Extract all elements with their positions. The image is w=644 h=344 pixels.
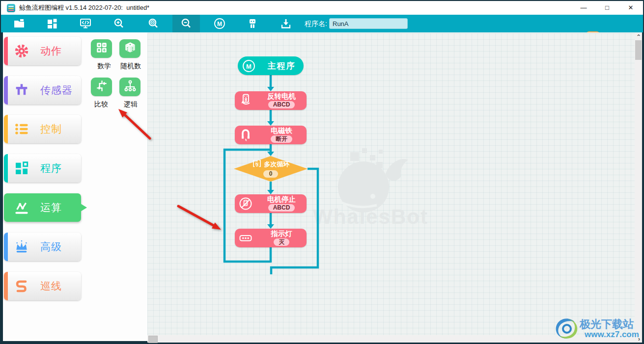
node-badge[interactable]: 断开 (271, 135, 292, 143)
node-title: 指示灯 (271, 230, 292, 238)
node-badge[interactable]: ABCD (268, 204, 295, 212)
node-title: 电磁铁 (271, 127, 292, 134)
sidebar-item-advanced[interactable]: 高级 (4, 233, 81, 261)
logic-icon (124, 79, 137, 94)
palette-block-math[interactable] (91, 39, 112, 58)
canvas-grid (147, 33, 635, 335)
node-title: 电机停止 (267, 196, 296, 203)
left-panel: 动作 传感器 控制 程序 运算 高级 巡线 数学 随机数 (3, 32, 147, 341)
window-controls: — □ ✕ (575, 1, 639, 15)
code-view-icon (80, 18, 91, 29)
svg-text:M: M (246, 62, 252, 70)
sidebar-item-line-follow[interactable]: 巡线 (4, 272, 81, 300)
sensor-icon (14, 82, 29, 98)
close-button[interactable]: ✕ (622, 1, 639, 15)
sidebar-item-label: 运算 (40, 201, 62, 214)
code-view-button[interactable] (76, 15, 95, 32)
zoom-in-button[interactable] (110, 15, 128, 32)
palette-block-label: 逻辑 (112, 100, 149, 109)
zoom-out-button[interactable] (172, 15, 200, 32)
node-badge[interactable]: 灭 (274, 238, 289, 246)
loop-icon: N (252, 159, 262, 170)
flowchart-canvas[interactable]: ⌃ › (147, 32, 642, 341)
zoom-reset-icon (147, 18, 159, 29)
palette-block-label: 随机数 (112, 62, 149, 71)
flow-node-motor-reverse[interactable]: 反转电机 ABCD (235, 91, 307, 110)
led-icon (235, 231, 256, 245)
download-button[interactable] (277, 15, 295, 32)
compare-icon (95, 79, 108, 94)
horizontal-scroll-thumb[interactable] (148, 336, 158, 343)
palette-block-logic[interactable] (119, 78, 140, 96)
horizontal-scrollbar[interactable]: › (147, 335, 642, 343)
graph-icon (14, 200, 29, 215)
grid-icon (14, 160, 29, 176)
gear-icon (14, 43, 29, 59)
node-title: 多次循环 (264, 160, 290, 169)
sidebar-item-label: 动作 (40, 44, 62, 58)
category-color-bar (4, 76, 8, 105)
category-color-bar (4, 37, 8, 65)
program-name-label: 程序名: (305, 15, 327, 32)
dice-icon (124, 41, 137, 56)
sidebar-item-sensor[interactable]: 传感器 (4, 76, 81, 105)
site-watermark-url: www.xz7.com (585, 330, 639, 340)
sidebar-item-label: 巡线 (40, 279, 62, 293)
blocks-button[interactable] (43, 15, 61, 32)
math-icon (95, 41, 108, 56)
motor-stop-icon (235, 196, 256, 211)
vertical-scroll-thumb[interactable] (635, 40, 642, 60)
open-file-icon (13, 18, 25, 29)
category-color-bar (4, 154, 8, 183)
zoom-in-icon (113, 18, 125, 29)
window-title: 鲸鱼流程图编程 v1.5.14 2022-07-20: untitled* (19, 3, 149, 12)
sidebar-item-label: 传感器 (40, 83, 73, 97)
motor-reverse-icon (235, 93, 256, 108)
sidebar-item-operation[interactable]: 运算 (4, 193, 81, 222)
node-title: 反转电机 (267, 93, 296, 100)
list-icon (14, 121, 29, 137)
flow-node-main-program[interactable]: M 主程序 (238, 56, 304, 75)
node-title: 主程序 (268, 62, 296, 70)
svg-text:N: N (255, 161, 258, 166)
open-file-button[interactable] (10, 15, 28, 32)
program-name-input[interactable] (329, 18, 408, 29)
sidebar-item-label: 控制 (40, 122, 62, 136)
category-color-bar (4, 115, 8, 143)
flow-node-electromagnet[interactable]: 电磁铁 断开 (235, 126, 307, 144)
main-program-m-icon: M (213, 17, 226, 30)
maximize-button[interactable]: □ (599, 1, 616, 15)
download-icon (280, 18, 292, 29)
toolbar: M 程序名: (1, 15, 643, 32)
vertical-scrollbar[interactable]: ⌃ (635, 33, 642, 335)
main-program-icon: M (238, 59, 259, 73)
palette-block-compare[interactable] (91, 78, 112, 96)
electromagnet-icon (235, 128, 256, 142)
flow-node-indicator-light[interactable]: 指示灯 灭 (235, 229, 307, 247)
palette-block-random[interactable] (119, 39, 140, 58)
category-color-bar (4, 233, 8, 261)
blocks-icon (46, 18, 58, 29)
titlebar: 鲸鱼流程图编程 v1.5.14 2022-07-20: untitled* — … (1, 1, 643, 15)
sidebar-item-control[interactable]: 控制 (4, 115, 81, 143)
svg-text:M: M (217, 21, 222, 27)
node-badge[interactable]: 0 (263, 170, 279, 178)
category-color-bar (4, 272, 8, 300)
scroll-up-icon[interactable]: ⌃ (636, 33, 641, 40)
app-icon (7, 4, 15, 12)
zoom-out-icon (180, 18, 192, 29)
main-program-button[interactable]: M (210, 15, 229, 32)
curve-icon (14, 278, 29, 294)
sidebar-item-action[interactable]: 动作 (4, 37, 81, 65)
crown-icon (14, 239, 29, 255)
flow-node-motor-stop[interactable]: 电机停止 ABCD (235, 194, 307, 213)
flow-node-loop[interactable]: N 多次循环 0 (234, 156, 308, 182)
sidebar-item-label: 程序 (40, 161, 62, 175)
robot-button[interactable] (243, 15, 262, 32)
minimize-button[interactable]: — (575, 1, 592, 15)
robot-icon (247, 18, 258, 29)
node-badge[interactable]: ABCD (268, 101, 295, 108)
zoom-reset-button[interactable] (144, 15, 163, 32)
sidebar-item-program[interactable]: 程序 (4, 154, 81, 183)
sidebar-item-label: 高级 (40, 240, 62, 254)
